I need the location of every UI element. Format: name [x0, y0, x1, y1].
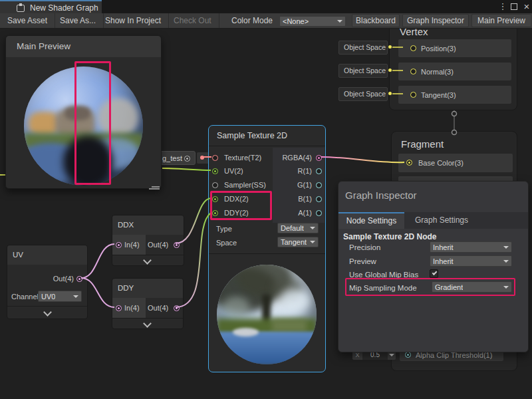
- divider: [112, 318, 183, 319]
- g-output-port[interactable]: [316, 182, 322, 188]
- vertex-context-node[interactable]: Vertex Position(3) Normal(3) Tangent(3): [389, 20, 517, 110]
- binding-dot-normal: [388, 68, 392, 72]
- precision-label: Precision: [349, 243, 380, 251]
- divider: [7, 306, 87, 307]
- preview-label: Preview: [349, 257, 376, 265]
- alpha-clip-input-port[interactable]: [405, 352, 411, 358]
- binding-dot-position: [388, 45, 392, 49]
- ddx-collapse-chevron-icon[interactable]: [143, 256, 152, 265]
- main-preview-title: Main Preview: [17, 41, 70, 51]
- inspector-section-title: Sample Texture 2D Node: [343, 232, 436, 241]
- dropdown-arrow-icon: [310, 227, 315, 229]
- position-port-label: Position(3): [421, 44, 456, 53]
- r-output-label: R(1): [269, 166, 312, 176]
- ddy-collapse-chevron-icon[interactable]: [143, 319, 152, 328]
- ddy-in-port[interactable]: [116, 305, 122, 311]
- mip-bias-label: Use Global Mip Bias: [349, 271, 418, 279]
- ddy-node[interactable]: DDY In(4) Out(4): [112, 278, 184, 329]
- ddy-out-port[interactable]: [174, 305, 180, 311]
- uv-out-port[interactable]: [76, 276, 82, 282]
- dropdown-arrow-icon: [503, 246, 509, 249]
- mip-bias-checkbox[interactable]: [430, 269, 438, 278]
- property-target-icon: [184, 156, 190, 162]
- binding-object-space-position: Object Space: [338, 41, 388, 55]
- tangent-input-port[interactable]: [410, 92, 416, 98]
- document-tab[interactable]: New Shader Graph: [0, 0, 102, 13]
- title-bar: New Shader Graph ⋮ ×: [0, 0, 532, 13]
- normal-port-label: Normal(3): [421, 67, 454, 76]
- graph-inspector-title: Graph Inspector: [345, 190, 417, 201]
- normal-input-port[interactable]: [410, 68, 416, 74]
- binding-object-space-tangent: Object Space: [338, 87, 388, 101]
- a-output-port[interactable]: [316, 210, 322, 216]
- mip-mode-dropdown[interactable]: Gradient: [432, 281, 512, 293]
- b-output-label: B(1): [269, 194, 312, 203]
- inspector-tab-bar: Node Settings Graph Settings: [338, 212, 528, 229]
- ddx-in-port[interactable]: [116, 242, 122, 248]
- graph-inspector-panel: Graph Inspector Node Settings Graph Sett…: [338, 181, 529, 352]
- resize-grip-icon[interactable]: [149, 188, 160, 190]
- preview-dropdown[interactable]: Inherit: [430, 255, 512, 267]
- ddx-input-label: DDX(2): [224, 194, 249, 203]
- binding-dot-tangent: [388, 92, 392, 95]
- rgba-output-port[interactable]: [316, 155, 322, 161]
- base-color-input-port[interactable]: [406, 160, 412, 166]
- ddx-node[interactable]: DDX In(4) Out(4): [112, 215, 184, 266]
- window-menu-icon[interactable]: ⋮: [497, 1, 508, 12]
- position-input-port[interactable]: [410, 45, 416, 51]
- ddy-node-title: DDY: [118, 284, 134, 292]
- resize-grip-icon[interactable]: [152, 186, 160, 188]
- type-dropdown[interactable]: Default: [277, 223, 319, 233]
- color-mode-dropdown[interactable]: <None>: [279, 16, 346, 27]
- vertex-row-position: Position(3): [398, 39, 511, 57]
- tab-graph-settings[interactable]: Graph Settings: [404, 212, 479, 229]
- check-out-button[interactable]: Check Out: [166, 13, 219, 28]
- type-label: Type: [216, 224, 232, 233]
- ddy-input-port[interactable]: [212, 210, 218, 216]
- tab-node-settings[interactable]: Node Settings: [338, 212, 404, 229]
- uv-node[interactable]: UV Out(4) Channel UV0: [7, 245, 88, 319]
- color-mode-label: Color Mode: [231, 16, 273, 25]
- uv-channel-label: Channel: [11, 292, 39, 301]
- dropdown-arrow-icon: [337, 20, 342, 23]
- graph-inspector-toggle-button[interactable]: Graph Inspector: [402, 14, 469, 27]
- ddx-input-port[interactable]: [212, 196, 218, 202]
- uv-out-label: Out(4): [34, 274, 74, 283]
- blackboard-toggle-button[interactable]: Blackboard: [352, 14, 400, 27]
- toolbar: Save Asset Save As... Show In Project Ch…: [0, 13, 532, 29]
- property-output-port[interactable]: [200, 156, 204, 160]
- divider: [209, 146, 325, 146]
- divider: [209, 253, 325, 254]
- main-preview-header[interactable]: Main Preview: [6, 36, 161, 57]
- uv-input-port[interactable]: [212, 168, 218, 174]
- window-maximize-icon[interactable]: [511, 3, 517, 10]
- ddx-out-port[interactable]: [174, 242, 180, 248]
- ddx-in-label: In(4): [124, 240, 140, 249]
- fragment-row-base-color: Base Color(3): [398, 154, 513, 172]
- space-dropdown[interactable]: Tangent: [277, 237, 319, 247]
- uv-collapse-chevron-icon[interactable]: [43, 308, 52, 317]
- sampler-input-port[interactable]: [212, 182, 218, 188]
- main-preview-toggle-button[interactable]: Main Preview: [471, 14, 531, 27]
- main-preview-sphere: [24, 66, 143, 186]
- precision-dropdown[interactable]: Inherit: [430, 241, 512, 253]
- show-in-project-button[interactable]: Show In Project: [98, 13, 169, 28]
- property-name: g_test: [162, 154, 182, 163]
- fragment-node-title: Fragment: [401, 138, 444, 150]
- texture-input-port[interactable]: [212, 155, 218, 161]
- uv-channel-dropdown[interactable]: UV0: [38, 291, 82, 302]
- save-asset-button[interactable]: Save Asset: [0, 13, 55, 28]
- space-label: Space: [216, 238, 237, 247]
- rgba-output-label: RGBA(4): [269, 153, 312, 162]
- save-as-button[interactable]: Save As...: [53, 13, 104, 28]
- g-output-label: G(1): [269, 180, 312, 190]
- dropdown-arrow-icon: [73, 295, 78, 298]
- r-output-port[interactable]: [316, 168, 322, 174]
- window-close-icon[interactable]: ×: [521, 1, 532, 12]
- texture-input-label: Texture(T2): [224, 153, 261, 162]
- sample-texture-2d-node[interactable]: Sample Texture 2D Texture(T2) UV(2) Samp…: [208, 125, 326, 372]
- a-output-label: A(1): [269, 208, 312, 217]
- b-output-port[interactable]: [316, 196, 322, 202]
- dropdown-arrow-icon: [503, 260, 509, 263]
- ddy-out-label: Out(4): [148, 303, 168, 313]
